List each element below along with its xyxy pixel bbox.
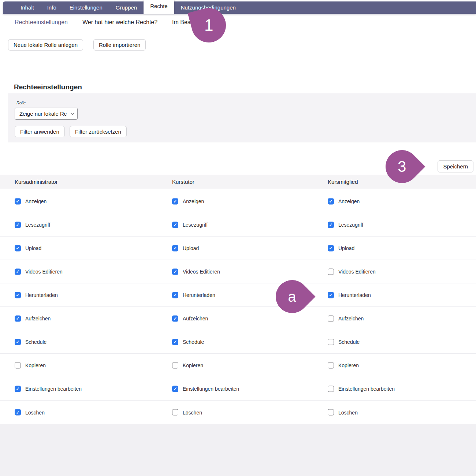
role-select[interactable]: Zeige nur lokale Rc xyxy=(15,108,78,120)
permission-cell: Schedule xyxy=(328,339,360,345)
permission-row: ✓Einstellungen bearbeiten✓Einstellungen … xyxy=(0,377,476,401)
permission-label: Lesezugriff xyxy=(338,222,363,228)
permission-label: Schedule xyxy=(183,339,204,345)
permission-checkbox-checked[interactable]: ✓ xyxy=(172,386,178,392)
permission-checkbox-checked[interactable]: ✓ xyxy=(15,198,21,204)
permission-row: ✓Schedule✓ScheduleSchedule xyxy=(0,330,476,354)
permission-cell: ✓Lesezugriff xyxy=(172,222,208,228)
import-role-button[interactable]: Rolle importieren xyxy=(93,39,146,51)
permission-label: Upload xyxy=(338,245,354,251)
permission-cell: ✓Upload xyxy=(328,245,354,251)
permission-cell: Kopieren xyxy=(15,362,46,368)
permission-cell: ✓Anzeigen xyxy=(328,198,360,204)
permission-checkbox-unchecked[interactable] xyxy=(328,315,334,321)
permission-checkbox-checked[interactable]: ✓ xyxy=(15,386,21,392)
tab-rechte[interactable]: Rechte xyxy=(144,0,174,14)
tab-inhalt[interactable]: Inhalt xyxy=(14,1,41,14)
permission-cell: ✓Anzeigen xyxy=(15,198,47,204)
role-label: Rolle xyxy=(16,101,26,105)
permission-row: ✓Videos Editieren✓Videos EditierenVideos… xyxy=(0,260,476,283)
permission-cell: ✓Upload xyxy=(15,245,41,251)
permission-checkbox-unchecked[interactable] xyxy=(328,362,334,368)
permission-checkbox-unchecked[interactable] xyxy=(15,362,21,368)
permission-checkbox-unchecked[interactable] xyxy=(328,386,334,392)
permission-cell: ✓Löschen xyxy=(15,409,45,416)
permission-label: Löschen xyxy=(183,409,202,415)
tab-gruppen[interactable]: Gruppen xyxy=(109,1,144,14)
tab-einstellungen[interactable]: Einstellungen xyxy=(63,1,109,14)
permission-label: Upload xyxy=(183,245,199,251)
permission-cell: ✓Einstellungen bearbeiten xyxy=(172,386,239,392)
permission-cell: ✓Upload xyxy=(172,245,199,251)
save-button[interactable]: Speichern xyxy=(438,160,473,172)
permission-cell: ✓Videos Editieren xyxy=(172,268,220,275)
permission-cell: ✓Aufzeichen xyxy=(172,315,208,321)
subnav-rechteeinstellungen[interactable]: Rechteeinstellungen xyxy=(15,19,68,26)
permission-checkbox-unchecked[interactable] xyxy=(328,409,334,416)
permission-checkbox-checked[interactable]: ✓ xyxy=(172,198,178,204)
new-local-role-button[interactable]: Neue lokale Rolle anlegen xyxy=(8,39,83,51)
permission-cell: ✓Schedule xyxy=(15,339,47,345)
permission-checkbox-unchecked[interactable] xyxy=(328,268,334,275)
column-kurstutor: Kurstutor xyxy=(172,179,194,185)
permission-checkbox-checked[interactable]: ✓ xyxy=(328,222,334,228)
permission-checkbox-checked[interactable]: ✓ xyxy=(15,268,21,275)
permission-label: Löschen xyxy=(25,409,45,415)
permission-checkbox-checked[interactable]: ✓ xyxy=(15,292,21,298)
permission-cell: ✓Lesezugriff xyxy=(15,222,50,228)
permission-cell: Videos Editieren xyxy=(328,268,376,275)
permission-label: Anzeigen xyxy=(25,198,47,204)
permission-checkbox-checked[interactable]: ✓ xyxy=(172,315,178,321)
permission-label: Herunterladen xyxy=(338,292,371,298)
permission-cell: ✓Schedule xyxy=(172,339,204,345)
permission-checkbox-checked[interactable]: ✓ xyxy=(328,292,334,298)
column-kursadministrator: Kursadministrator xyxy=(15,179,58,185)
permission-checkbox-checked[interactable]: ✓ xyxy=(172,245,178,251)
permission-cell: ✓Anzeigen xyxy=(172,198,204,204)
permission-cell: Kopieren xyxy=(172,362,203,368)
permission-checkbox-checked[interactable]: ✓ xyxy=(172,339,178,345)
permission-label: Aufzeichen xyxy=(183,316,208,321)
tab-info[interactable]: Info xyxy=(41,1,63,14)
permission-checkbox-checked[interactable]: ✓ xyxy=(172,292,178,298)
permission-row: KopierenKopierenKopieren xyxy=(0,354,476,377)
permission-label: Videos Editieren xyxy=(183,269,220,275)
permission-row: ✓Herunterladen✓Herunterladen✓Herunterlad… xyxy=(0,283,476,307)
subnav-wer-hat-rechte[interactable]: Wer hat hier welche Rechte? xyxy=(82,19,157,26)
permission-label: Löschen xyxy=(338,409,358,415)
permission-checkbox-checked[interactable]: ✓ xyxy=(172,222,178,228)
permission-label: Videos Editieren xyxy=(25,269,63,275)
permission-label: Herunterladen xyxy=(25,292,58,298)
sub-navigation: Rechteeinstellungen Wer hat hier welche … xyxy=(0,14,476,36)
permission-checkbox-checked[interactable]: ✓ xyxy=(15,222,21,228)
permission-label: Einstellungen bearbeiten xyxy=(25,386,82,392)
permission-cell: Einstellungen bearbeiten xyxy=(328,386,395,392)
permission-label: Anzeigen xyxy=(338,198,360,204)
permission-label: Einstellungen bearbeiten xyxy=(183,386,239,392)
permission-checkbox-checked[interactable]: ✓ xyxy=(15,339,21,345)
permissions-page: Inhalt Info Einstellungen Gruppen Rechte… xyxy=(0,0,476,476)
filter-apply-button[interactable]: Filter anwenden xyxy=(15,126,65,137)
permission-checkbox-unchecked[interactable] xyxy=(172,362,178,368)
permission-label: Anzeigen xyxy=(183,198,204,204)
permission-cell: Kopieren xyxy=(328,362,359,368)
permission-checkbox-checked[interactable]: ✓ xyxy=(15,315,21,321)
permission-cell: ✓Herunterladen xyxy=(172,292,215,298)
permission-label: Einstellungen bearbeiten xyxy=(338,386,395,392)
permission-checkbox-checked[interactable]: ✓ xyxy=(172,268,178,275)
permission-cell: ✓Herunterladen xyxy=(15,292,58,298)
permission-checkbox-checked[interactable]: ✓ xyxy=(328,245,334,251)
permission-checkbox-unchecked[interactable] xyxy=(172,409,178,416)
permission-label: Kopieren xyxy=(25,362,46,368)
permission-label: Schedule xyxy=(25,339,47,345)
filter-reset-button[interactable]: Filter zurücksetzen xyxy=(70,126,127,137)
top-tab-bar: Inhalt Info Einstellungen Gruppen Rechte… xyxy=(3,1,476,14)
permission-row: ✓Anzeigen✓Anzeigen✓Anzeigen xyxy=(0,190,476,213)
permission-checkbox-unchecked[interactable] xyxy=(328,339,334,345)
permission-label: Schedule xyxy=(338,339,360,345)
permission-checkbox-checked[interactable]: ✓ xyxy=(15,409,21,416)
permission-checkbox-checked[interactable]: ✓ xyxy=(15,245,21,251)
permission-checkbox-checked[interactable]: ✓ xyxy=(328,198,334,204)
permission-cell: Löschen xyxy=(328,409,358,416)
permission-label: Kopieren xyxy=(183,362,203,368)
